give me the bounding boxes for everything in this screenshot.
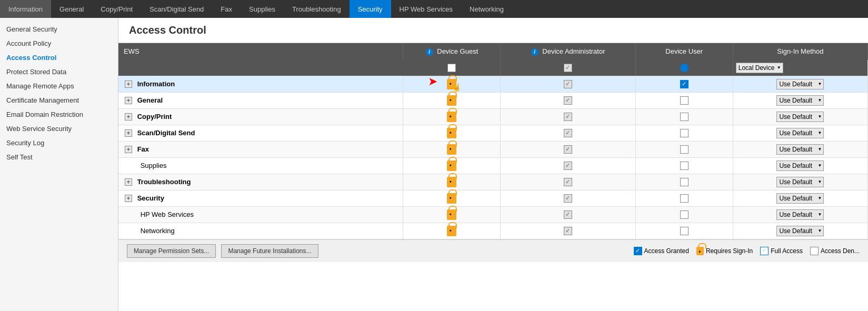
signin-dropdown-hpwebservices[interactable]: Use Default bbox=[776, 209, 824, 220]
nav-supplies[interactable]: Supplies bbox=[241, 0, 284, 18]
row-admin-copyprint[interactable] bbox=[501, 108, 635, 125]
row-admin-hpwebservices[interactable] bbox=[501, 206, 635, 223]
row-name-hpwebservices: HP Web Services bbox=[118, 206, 403, 223]
row-guest-scan[interactable] bbox=[403, 125, 501, 141]
admin-checkbox-supplies bbox=[564, 162, 572, 170]
nav-security[interactable]: Security bbox=[350, 0, 391, 18]
signin-dropdown-fax[interactable]: Use Default bbox=[776, 144, 824, 155]
sidebar-item-general-security[interactable]: General Security bbox=[0, 22, 118, 36]
row-signin-networking[interactable]: Use Default bbox=[733, 223, 867, 239]
row-guest-fax[interactable] bbox=[403, 141, 501, 157]
nav-fax[interactable]: Fax bbox=[212, 0, 241, 18]
admin-checkbox-fax bbox=[564, 145, 572, 154]
row-user-copyprint[interactable] bbox=[635, 108, 733, 125]
sidebar-item-email-domain-restriction[interactable]: Email Domain Restriction bbox=[0, 107, 118, 122]
nav-networking[interactable]: Networking bbox=[461, 0, 512, 18]
row-signin-hpwebservices[interactable]: Use Default bbox=[733, 206, 867, 223]
row-user-fax[interactable] bbox=[635, 141, 733, 157]
nav-general[interactable]: General bbox=[51, 0, 92, 18]
row-guest-hpwebservices[interactable] bbox=[403, 206, 501, 223]
sidebar-item-web-service-security[interactable]: Web Service Security bbox=[0, 122, 118, 136]
row-name-troubleshooting: + Troubleshooting bbox=[118, 174, 403, 190]
nav-information[interactable]: Information bbox=[0, 0, 51, 18]
signin-dropdown-networking[interactable]: Use Default bbox=[776, 226, 824, 236]
table-row: + Security Use Default bbox=[118, 190, 868, 206]
header-admin-checkbox[interactable] bbox=[564, 64, 572, 72]
row-guest-troubleshooting[interactable] bbox=[403, 174, 501, 190]
sidebar-item-security-log[interactable]: Security Log bbox=[0, 136, 118, 150]
sidebar: General Security Account Policy Access C… bbox=[0, 18, 118, 311]
row-admin-networking[interactable] bbox=[501, 223, 635, 239]
row-admin-troubleshooting[interactable] bbox=[501, 174, 635, 190]
signin-dropdown-security[interactable]: Use Default bbox=[776, 193, 824, 204]
manage-permission-sets-button[interactable]: Manage Permission Sets... bbox=[127, 244, 216, 258]
row-signin-fax[interactable]: Use Default bbox=[733, 141, 867, 157]
expand-icon-troubleshooting[interactable]: + bbox=[125, 178, 132, 186]
sidebar-item-self-test[interactable]: Self Test bbox=[0, 150, 118, 164]
expand-icon-security[interactable]: + bbox=[125, 195, 132, 202]
row-admin-security[interactable] bbox=[501, 190, 635, 206]
expand-icon-general[interactable]: + bbox=[125, 97, 132, 104]
row-guest-networking[interactable] bbox=[403, 223, 501, 239]
signin-dropdown-scan[interactable]: Use Default bbox=[776, 128, 824, 138]
row-user-scan[interactable] bbox=[635, 125, 733, 141]
row-name-fax: + Fax bbox=[118, 141, 403, 157]
sidebar-item-certificate-management[interactable]: Certificate Management bbox=[0, 93, 118, 107]
nav-copyprint[interactable]: Copy/Print bbox=[92, 0, 141, 18]
row-guest-supplies[interactable] bbox=[403, 157, 501, 174]
legend-access-denied: Access Den... bbox=[810, 247, 860, 255]
sidebar-item-manage-remote-apps[interactable]: Manage Remote Apps bbox=[0, 79, 118, 93]
lock-icon-scan bbox=[447, 128, 456, 138]
row-signin-supplies[interactable]: Use Default bbox=[733, 157, 867, 174]
signin-dropdown-troubleshooting[interactable]: Use Default bbox=[776, 177, 824, 187]
expand-icon-information[interactable]: + bbox=[125, 81, 132, 88]
manage-future-installations-button[interactable]: Manage Future Installations... bbox=[221, 244, 318, 258]
page-title: Access Control bbox=[118, 18, 868, 43]
header-signin-dropdown[interactable]: Local Device bbox=[736, 63, 783, 73]
row-guest-general[interactable] bbox=[403, 92, 501, 108]
row-guest-copyprint[interactable] bbox=[403, 108, 501, 125]
row-user-information[interactable] bbox=[635, 76, 733, 92]
row-signin-security[interactable]: Use Default bbox=[733, 190, 867, 206]
sidebar-item-access-control[interactable]: Access Control bbox=[0, 51, 118, 65]
row-signin-copyprint[interactable]: Use Default bbox=[733, 108, 867, 125]
row-user-troubleshooting[interactable] bbox=[635, 174, 733, 190]
expand-icon-copyprint[interactable]: + bbox=[125, 113, 132, 121]
row-user-supplies[interactable] bbox=[635, 157, 733, 174]
header-guest-checkbox[interactable] bbox=[447, 64, 456, 72]
expand-icon-scan[interactable]: + bbox=[125, 129, 132, 137]
sidebar-item-account-policy[interactable]: Account Policy bbox=[0, 36, 118, 51]
row-user-hpwebservices[interactable] bbox=[635, 206, 733, 223]
nav-hpwebservices[interactable]: HP Web Services bbox=[391, 0, 461, 18]
row-signin-scan[interactable]: Use Default bbox=[733, 125, 867, 141]
row-admin-general[interactable] bbox=[501, 92, 635, 108]
table-row: + Scan/Digital Send Use Default bbox=[118, 125, 868, 141]
signin-dropdown-general[interactable]: Use Default bbox=[776, 95, 824, 106]
row-user-security[interactable] bbox=[635, 190, 733, 206]
row-signin-troubleshooting[interactable]: Use Default bbox=[733, 174, 867, 190]
row-user-networking[interactable] bbox=[635, 223, 733, 239]
red-arrow-indicator: ➤ bbox=[428, 75, 437, 88]
row-admin-scan[interactable] bbox=[501, 125, 635, 141]
signin-dropdown-information[interactable]: Use Default bbox=[776, 79, 824, 89]
signin-dropdown-supplies[interactable]: Use Default bbox=[776, 160, 824, 171]
row-guest-information[interactable]: ➤ ☝ bbox=[403, 76, 501, 92]
signin-dropdown-copyprint[interactable]: Use Default bbox=[776, 112, 824, 122]
row-admin-information[interactable] bbox=[501, 76, 635, 92]
admin-checkbox-troubleshooting bbox=[564, 178, 572, 186]
row-admin-fax[interactable] bbox=[501, 141, 635, 157]
nav-scan[interactable]: Scan/Digital Send bbox=[141, 0, 212, 18]
header-user-dot[interactable] bbox=[680, 64, 689, 72]
sidebar-item-protect-stored-data[interactable]: Protect Stored Data bbox=[0, 65, 118, 79]
expand-icon-fax[interactable]: + bbox=[125, 146, 132, 153]
lock-icon-information bbox=[447, 79, 456, 89]
nav-troubleshooting[interactable]: Troubleshooting bbox=[284, 0, 350, 18]
row-guest-security[interactable] bbox=[403, 190, 501, 206]
legend-access-denied-label: Access Den... bbox=[821, 247, 860, 255]
row-signin-general[interactable]: Use Default bbox=[733, 92, 867, 108]
row-admin-supplies[interactable] bbox=[501, 157, 635, 174]
row-name-networking: Networking bbox=[118, 223, 403, 239]
row-signin-information[interactable]: Use Default bbox=[733, 76, 867, 92]
row-user-general[interactable] bbox=[635, 92, 733, 108]
top-navigation: Information General Copy/Print Scan/Digi… bbox=[0, 0, 868, 18]
